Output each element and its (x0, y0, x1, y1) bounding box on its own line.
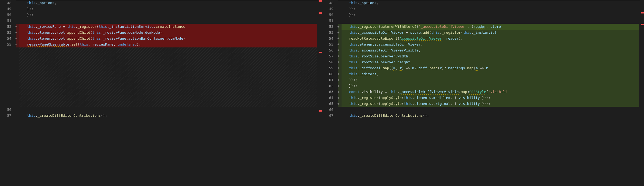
code-line[interactable]: − this._reviewPane = this._register(this… (19, 24, 317, 30)
diff-strip-cell (16, 83, 19, 89)
plus-icon: + (337, 65, 340, 71)
code-line[interactable] (19, 18, 317, 24)
code-line[interactable]: + this._register(applyStyle(this.element… (342, 101, 639, 107)
code-line[interactable] (19, 53, 317, 59)
code-line[interactable]: + this._register(autorunWithStore2('_acc… (342, 24, 639, 30)
code-token: elements (37, 36, 54, 40)
code-area[interactable]: this._options, )); });− this._reviewPane… (19, 0, 317, 186)
code-token: this (27, 30, 35, 35)
code-line[interactable]: + readHotReloadableExport(AccessibleDiff… (342, 36, 639, 42)
code-token: elements (37, 30, 54, 35)
code-line[interactable]: − this.elements.root.appendChild(this._r… (19, 30, 317, 36)
overview-ruler[interactable] (318, 0, 322, 186)
code-line[interactable] (19, 59, 317, 65)
overview-ruler[interactable] (640, 0, 644, 186)
code-token: _register (78, 25, 97, 29)
original-pane[interactable]: 48495051525354555657 this._options, )); … (0, 0, 322, 186)
code-token: elements (414, 96, 431, 100)
code-line[interactable] (19, 107, 317, 113)
code-token: diff (419, 66, 427, 70)
minus-icon: − (15, 24, 18, 30)
line-number (0, 65, 11, 71)
code-line[interactable] (19, 77, 317, 83)
code-token: modified (433, 96, 450, 100)
code-line[interactable] (342, 18, 639, 24)
diff-strip-cell (338, 18, 342, 24)
code-line[interactable]: + ))); (342, 77, 639, 83)
code-token: . (357, 30, 360, 35)
code-token: , { (450, 96, 459, 100)
line-number (0, 59, 11, 65)
code-token: . (412, 96, 414, 100)
code-token: reader (446, 36, 459, 40)
code-token: this (349, 54, 357, 58)
modified-pane[interactable]: 4849505152535455565758596061626364656667… (322, 0, 644, 186)
code-line[interactable] (19, 89, 317, 95)
plus-icon: + (337, 36, 340, 42)
line-number: 48 (322, 0, 333, 6)
code-line[interactable]: + this._accessibleDiffViewerVisible, (342, 47, 639, 53)
code-line[interactable]: }); (342, 12, 639, 18)
line-number: 55 (0, 42, 11, 47)
code-token: visibility (459, 96, 480, 100)
code-line[interactable]: + this._rootSizeObserver.width, (342, 53, 639, 59)
line-number: 62 (322, 83, 333, 89)
code-line[interactable]: this._createDiffEditorContributions(); (19, 113, 317, 119)
code-line[interactable]: + this._editors, (342, 71, 639, 77)
code-token: ( (378, 96, 381, 100)
diff-strip-cell (16, 59, 19, 65)
code-line[interactable]: − this.elements.root.appendChild(this._r… (19, 36, 317, 42)
code-line[interactable]: this._options, (19, 0, 317, 6)
ruler-mark[interactable] (319, 52, 322, 53)
plus-icon: + (337, 83, 340, 89)
code-line[interactable]: + this._accessibleDiffViewer = store.add… (342, 30, 639, 36)
code-line[interactable]: + this._rootSizeObserver.height, (342, 59, 639, 65)
code-token: )); (27, 7, 33, 11)
diff-strip-cell (16, 77, 19, 83)
code-token: store (490, 25, 501, 29)
ruler-mark[interactable] (319, 0, 322, 2)
code-line[interactable]: )); (342, 6, 639, 12)
code-line[interactable]: + this.elements.accessibleDiffViewer, (342, 42, 639, 47)
plus-icon: + (337, 77, 340, 83)
code-line[interactable] (342, 107, 639, 113)
diff-strip-cell (16, 65, 19, 71)
ruler-mark[interactable] (641, 12, 644, 13)
code-line[interactable] (19, 101, 317, 107)
line-number: 53 (0, 30, 11, 36)
diff-strip-cell (338, 6, 342, 12)
code-line[interactable] (19, 83, 317, 89)
code-line[interactable]: )); (19, 6, 317, 12)
code-token: createInstance (156, 25, 185, 29)
code-token: _accessibleDiffViewerVisible (360, 48, 419, 52)
code-line[interactable]: this._options, (342, 0, 639, 6)
code-line[interactable] (19, 95, 317, 101)
code-line[interactable] (19, 47, 317, 53)
code-line[interactable] (19, 65, 317, 71)
ruler-mark[interactable] (319, 110, 322, 112)
line-number: 57 (322, 53, 333, 59)
code-token: mappings (448, 66, 465, 70)
plus-icon: + (337, 30, 340, 36)
code-token: set (71, 42, 77, 46)
code-token: CSSStyle (469, 90, 486, 94)
code-token: ))); (349, 78, 357, 82)
code-line[interactable] (19, 71, 317, 77)
code-line[interactable]: + this._diffModel.map((m, r) => m?.diff.… (342, 65, 639, 71)
ruler-mark[interactable] (319, 12, 322, 14)
code-line[interactable]: this._createDiffEditorContributions(); (342, 113, 639, 119)
code-line[interactable]: + this._register(applyStyle(this.element… (342, 95, 639, 101)
code-line[interactable]: − reviewPaneObservable.set(this._reviewP… (19, 42, 317, 47)
code-token: ) (501, 25, 503, 29)
code-token: ( (416, 25, 419, 29)
code-token: this (27, 113, 35, 118)
code-area[interactable]: this._options, )); });+ this._register(a… (342, 0, 639, 186)
line-number: 54 (0, 36, 11, 42)
code-token: applyStyle (381, 102, 402, 106)
code-token: const (349, 90, 360, 94)
code-line[interactable]: + const visibility = this._accessibleDif… (342, 89, 639, 95)
code-line[interactable]: + })); (342, 83, 639, 89)
ruler-mark[interactable] (641, 24, 644, 25)
code-line[interactable]: }); (19, 12, 317, 18)
minus-icon: − (15, 36, 18, 42)
